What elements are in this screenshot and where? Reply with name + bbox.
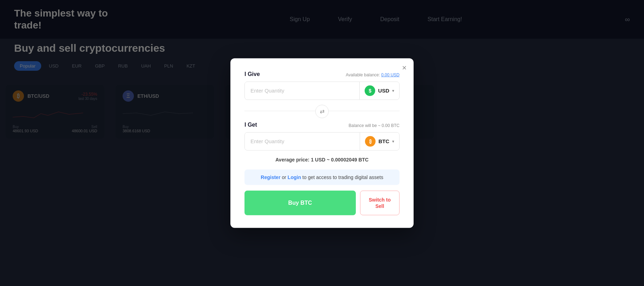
i-give-input-group: $ USD ▾ <box>244 81 400 100</box>
switch-line2: Sell <box>375 203 384 209</box>
i-get-quantity-input[interactable] <box>245 132 360 150</box>
i-give-currency-selector[interactable]: $ USD ▾ <box>359 82 399 99</box>
switch-line1: Switch to <box>369 197 391 202</box>
buy-button[interactable]: Buy BTC <box>244 190 356 215</box>
close-button[interactable]: × <box>402 64 407 71</box>
i-give-label: I Give <box>244 71 260 77</box>
login-link[interactable]: Login <box>287 174 301 180</box>
action-row: Buy BTC Switch to Sell <box>244 190 400 215</box>
swap-button[interactable]: ⇄ <box>315 104 329 118</box>
i-get-currency-code: BTC <box>378 138 389 144</box>
i-get-label: I Get <box>244 121 257 128</box>
trade-modal: × I Give Available balance: 0.00 USD $ U… <box>230 58 414 228</box>
switch-to-sell-button[interactable]: Switch to Sell <box>360 190 400 215</box>
i-get-header: I Get Balance will be ~ 0.00 BTC <box>244 121 400 129</box>
i-get-currency-selector[interactable]: ₿ BTC ▾ <box>360 132 399 150</box>
available-balance-link[interactable]: 0.00 USD <box>381 72 400 77</box>
avg-price: Average price: 1 USD ~ 0.00002049 BTC <box>244 157 400 162</box>
register-suffix-text: to get access to trading digital assets <box>302 174 383 180</box>
usd-icon: $ <box>365 85 375 96</box>
swap-area: ⇄ <box>244 100 400 121</box>
chevron-down-icon: ▾ <box>392 88 394 93</box>
btc-icon: ₿ <box>365 136 376 146</box>
register-link[interactable]: Register <box>261 174 280 180</box>
i-give-currency-code: USD <box>378 88 389 94</box>
i-give-header: I Give Available balance: 0.00 USD <box>244 71 400 78</box>
available-balance: Available balance: 0.00 USD <box>346 72 400 77</box>
balance-will-be: Balance will be ~ 0.00 BTC <box>349 123 400 128</box>
register-bar: Register or Login to get access to tradi… <box>244 169 400 185</box>
i-give-quantity-input[interactable] <box>245 82 359 99</box>
register-or-text: or <box>282 174 287 180</box>
i-get-input-group: ₿ BTC ▾ <box>244 132 400 150</box>
chevron-down-icon: ▾ <box>392 139 394 144</box>
